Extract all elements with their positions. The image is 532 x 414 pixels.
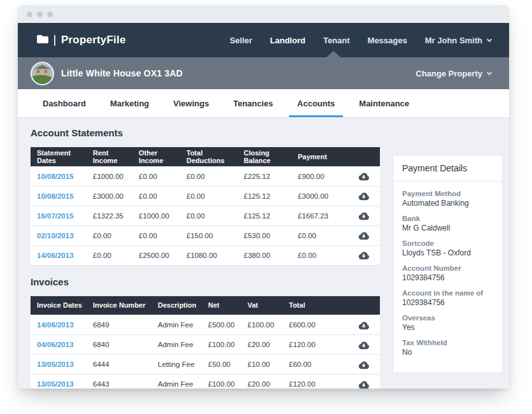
nav-item-seller[interactable]: Seller — [230, 36, 252, 45]
invoices-cell: Admin Fee — [151, 315, 202, 335]
statements-cell: £225.12 — [237, 166, 291, 186]
tab-accounts[interactable]: Accounts — [285, 89, 347, 117]
invoices-cell: £20.00 — [241, 375, 283, 389]
invoices-cell: £120.00 — [283, 335, 346, 355]
invoices-cell: Admin Fee — [151, 375, 202, 389]
invoices-col-header: Invoice Dates — [31, 296, 87, 315]
invoices-cell: £50.00 — [202, 355, 241, 375]
main-nav: Seller Landlord Tenant Messages Mr John … — [230, 36, 491, 45]
nav-item-landlord[interactable]: Landlord — [270, 36, 305, 45]
statements-actions-cell — [346, 206, 380, 225]
payment-detail-value: Mr G Caldwell — [402, 224, 493, 232]
change-property-button[interactable]: Change Property — [416, 69, 491, 78]
invoices-date-link[interactable]: 04/06/2013 — [37, 341, 74, 348]
main-column: Account Statements Statement Dates Rent … — [31, 125, 380, 389]
statements-cell: £125.12 — [237, 206, 291, 225]
window-close-button[interactable] — [27, 11, 32, 17]
invoices-date-link[interactable]: 13/05/2013 — [37, 360, 74, 368]
invoice-row: 14/06/20136849Admin Fee£500.00£100.00£60… — [31, 315, 380, 335]
statements-cell: £1080.00 — [180, 245, 237, 265]
tab-tenancies[interactable]: Tenancies — [221, 89, 285, 117]
statements-cell: £3000.00 — [87, 186, 132, 206]
invoices-col-header: Net — [202, 296, 241, 315]
statements-cell: £0.00 — [291, 225, 346, 245]
statements-col-header: Statement Dates — [31, 147, 87, 166]
user-name: Mr John Smith — [425, 36, 482, 45]
payment-detail-field: OverseasYes — [402, 314, 493, 332]
statements-actions-cell — [346, 166, 380, 186]
statements-cell: £2500.00 — [132, 245, 180, 265]
cloud-download-icon[interactable] — [357, 250, 370, 260]
statements-col-header: Total Deductions — [180, 147, 237, 166]
chevron-down-icon — [487, 36, 492, 41]
statement-row: 10/08/2015£1000.00£0.00£0.00£225.12£900.… — [31, 166, 380, 186]
statements-date-link[interactable]: 14/06/2013 — [37, 252, 74, 259]
invoice-row: 04/06/20136840Admin Fee£100.00£20.00£120… — [31, 335, 380, 355]
invoices-cell: £500.00 — [202, 315, 241, 335]
window-minimize-button[interactable] — [37, 11, 43, 17]
statements-date-link[interactable]: 10/08/2015 — [37, 192, 74, 200]
side-column: Payment Details Payment MethodAutomated … — [393, 125, 503, 389]
nav-item-tenant[interactable]: Tenant — [323, 36, 350, 45]
cloud-download-icon[interactable] — [357, 171, 370, 181]
statements-cell: £3000.00 — [291, 186, 346, 206]
nav-item-messages[interactable]: Messages — [368, 36, 407, 45]
payment-detail-value: No — [402, 348, 493, 357]
invoices-cell: Letting Fee — [151, 355, 202, 375]
invoices-actions-cell — [346, 375, 380, 389]
statements-cell: £0.00 — [87, 245, 132, 265]
user-menu[interactable]: Mr John Smith — [425, 36, 491, 45]
statements-cell: £1667.23 — [291, 206, 346, 225]
property-avatar[interactable] — [31, 62, 54, 85]
invoice-row: 13/05/20136444Letting Fee£50.00£10.00£60… — [31, 355, 380, 375]
invoices-col-header: Invoice Number — [87, 296, 151, 315]
invoices-actions-cell — [346, 335, 380, 355]
invoices-date-link[interactable]: 13/05/2013 — [37, 380, 74, 388]
tab-maintenance[interactable]: Maintenance — [347, 89, 421, 117]
payment-detail-label: Payment Method — [402, 190, 493, 197]
statements-cell: £125.12 — [237, 186, 291, 206]
tab-dashboard[interactable]: Dashboard — [31, 89, 98, 117]
statements-col-header: Closing Balance — [237, 147, 291, 166]
brand-logo[interactable]: PropertyFile — [37, 34, 126, 46]
invoices-cell: £100.00 — [202, 335, 241, 355]
cloud-download-icon[interactable] — [357, 380, 370, 389]
statements-cell: £0.00 — [180, 166, 237, 186]
tab-viewings[interactable]: Viewings — [161, 89, 221, 117]
statements-cell: £150.00 — [180, 225, 237, 245]
payment-detail-value: Lloyds TSB - Oxford — [402, 248, 493, 257]
invoices-section-title: Invoices — [31, 276, 380, 289]
property-bar: Little White House OX1 3AD Change Proper… — [18, 57, 509, 89]
statements-actions-cell — [346, 186, 380, 206]
cloud-download-icon[interactable] — [357, 360, 370, 369]
cloud-download-icon[interactable] — [357, 211, 370, 220]
statement-row: 10/08/2015£3000.00£0.00£0.00£125.12£3000… — [31, 186, 380, 206]
payment-detail-label: Tax Withheld — [402, 339, 493, 346]
statements-cell: £0.00 — [132, 166, 180, 186]
statements-date-link[interactable]: 16/07/2015 — [37, 212, 74, 220]
invoices-date-link[interactable]: 14/06/2013 — [37, 321, 74, 329]
brand-divider — [54, 35, 55, 46]
cloud-download-icon[interactable] — [357, 320, 370, 330]
window-maximize-button[interactable] — [47, 11, 53, 17]
account-statements-table: Statement Dates Rent Income Other Income… — [31, 147, 380, 266]
tab-marketing[interactable]: Marketing — [98, 89, 161, 117]
invoices-actions-header — [346, 296, 380, 315]
payment-details-card: Payment Details Payment MethodAutomated … — [393, 155, 503, 373]
statements-cell: £900.00 — [291, 166, 346, 186]
payment-detail-field: Account Number1029384756 — [402, 264, 493, 282]
cloud-download-icon[interactable] — [357, 340, 370, 350]
cloud-download-icon[interactable] — [357, 191, 370, 201]
invoices-header-row: Invoice Dates Invoice Number Description… — [31, 296, 380, 315]
payment-detail-label: Overseas — [402, 314, 493, 322]
statements-header-row: Statement Dates Rent Income Other Income… — [31, 147, 380, 166]
statements-date-link[interactable]: 02/10/2013 — [37, 232, 74, 239]
cloud-download-icon[interactable] — [357, 231, 370, 240]
payment-detail-value: Yes — [402, 323, 493, 332]
statements-col-header: Rent Income — [87, 147, 132, 166]
invoices-cell: £600.00 — [283, 315, 346, 335]
statements-cell: £530.00 — [237, 225, 291, 245]
statements-cell: £1322.35 — [87, 206, 132, 225]
statements-date-link[interactable]: 10/08/2015 — [37, 173, 74, 180]
invoices-cell: 6849 — [87, 315, 151, 335]
